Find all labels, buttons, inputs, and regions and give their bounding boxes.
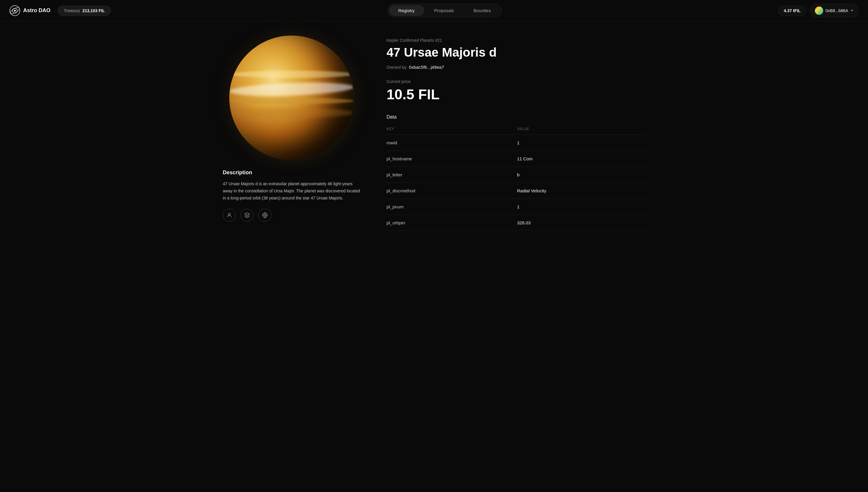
- table-cell-value: 1: [517, 199, 648, 215]
- treasury-badge[interactable]: Treasury 213,103 FIL: [57, 6, 111, 16]
- table-row: pl_pnum1: [386, 199, 648, 215]
- nav-tab-registry[interactable]: Registry: [389, 5, 424, 16]
- owner-address: 0xbac5f6...j49ea7: [409, 65, 444, 70]
- table-cell-value: Radial Velocity: [517, 183, 648, 199]
- table-cell-value: 326.03: [517, 215, 648, 231]
- table-cell-key: pl_orbper: [386, 215, 517, 231]
- planet-band-1: [229, 71, 354, 78]
- table-cell-value: b: [517, 167, 648, 183]
- svg-point-3: [14, 10, 16, 11]
- nft-category: Kepler Confirmed Planets #21: [386, 38, 648, 43]
- cube-icon-button[interactable]: [240, 208, 254, 222]
- owned-by-label: Owned by: [386, 65, 407, 70]
- table-row: pl_letterb: [386, 167, 648, 183]
- planet-band-2: [229, 81, 354, 98]
- table-cell-key: pl_discmethod: [386, 183, 517, 199]
- planet-band-3: [229, 98, 354, 104]
- wallet-avatar: [815, 6, 823, 15]
- table-row: rowid1: [386, 135, 648, 151]
- header: Astro DAO Treasury 213,103 FIL Registry …: [0, 0, 868, 21]
- treasury-amount: 213,103 FIL: [83, 8, 105, 13]
- main-nav: Registry Proposals Bounties: [388, 4, 502, 18]
- price-section: Current price 10.5 FIL: [386, 79, 648, 102]
- right-panel: Kepler Confirmed Planets #21 47 Ursae Ma…: [386, 35, 648, 231]
- logo[interactable]: Astro DAO: [9, 5, 50, 16]
- planet-background: [229, 35, 354, 160]
- astro-dao-logo-icon: [9, 5, 20, 16]
- app-name: Astro DAO: [23, 7, 50, 14]
- planet-sphere: [229, 35, 354, 160]
- table-cell-value: 1: [517, 135, 648, 151]
- globe-icon-button[interactable]: [258, 208, 272, 222]
- wallet-button[interactable]: 0xB8...b86A ▼: [810, 4, 859, 18]
- data-section-title: Data: [386, 115, 648, 120]
- nft-meta: Kepler Confirmed Planets #21 47 Ursae Ma…: [386, 38, 648, 70]
- profile-icon-button[interactable]: [223, 208, 236, 222]
- table-cell-key: pl_hostname: [386, 151, 517, 167]
- balance-display: 4.37 tFIL: [778, 6, 806, 16]
- table-row: pl_orbper326.03: [386, 215, 648, 231]
- main-content: Description 47 Ursae Majoris d is an ext…: [197, 21, 671, 245]
- table-cell-key: pl_pnum: [386, 199, 517, 215]
- col-header-value: VALUE: [517, 124, 648, 135]
- col-header-key: KEY: [386, 124, 517, 135]
- table-cell-key: rowid: [386, 135, 517, 151]
- owner-row: Owned by 0xbac5f6...j49ea7: [386, 65, 648, 70]
- wallet-area: 4.37 tFIL 0xB8...b86A ▼: [778, 4, 859, 18]
- treasury-label: Treasury: [64, 8, 80, 13]
- left-panel: Description 47 Ursae Majoris d is an ext…: [220, 35, 363, 231]
- description-text: 47 Ursae Majoris d is an extrasolar plan…: [223, 180, 360, 201]
- data-section: Data KEY VALUE rowid1pl_hostname11 Compl…: [386, 115, 648, 231]
- planet-image-container: [220, 35, 363, 160]
- nav-tab-bounties[interactable]: Bounties: [464, 5, 500, 16]
- price-label: Current price: [386, 79, 648, 84]
- wallet-address: 0xB8...b86A: [826, 8, 848, 13]
- table-row: pl_hostname11 Com: [386, 151, 648, 167]
- chevron-down-icon: ▼: [850, 9, 853, 12]
- planet-band-4: [229, 108, 354, 118]
- nav-tab-proposals[interactable]: Proposals: [425, 5, 464, 16]
- table-cell-key: pl_letter: [386, 167, 517, 183]
- description-title: Description: [223, 170, 360, 176]
- action-icons-row: [223, 208, 360, 222]
- svg-point-4: [229, 214, 231, 216]
- description-section: Description 47 Ursae Majoris d is an ext…: [220, 170, 363, 222]
- price-value: 10.5 FIL: [386, 86, 648, 102]
- table-row: pl_discmethodRadial Velocity: [386, 183, 648, 199]
- nft-title: 47 Ursae Majoris d: [386, 45, 648, 60]
- data-table: KEY VALUE rowid1pl_hostname11 Compl_lett…: [386, 124, 648, 231]
- table-cell-value: 11 Com: [517, 151, 648, 167]
